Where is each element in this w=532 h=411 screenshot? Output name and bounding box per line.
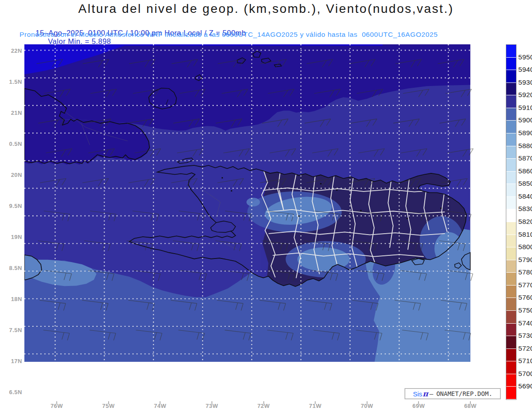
colorbar-segment bbox=[506, 374, 516, 387]
colorbar-tick-label: 5870 bbox=[518, 154, 532, 162]
colorbar-segment bbox=[506, 197, 516, 210]
colorbar-tick-label: 5690 bbox=[518, 382, 532, 390]
colorbar-segment bbox=[506, 387, 516, 399]
colorbar-tick-label: 5790 bbox=[518, 256, 532, 264]
lat-tick-label: 0.5N bbox=[1, 141, 22, 147]
colorbar-tick-label: 5950 bbox=[518, 53, 532, 61]
colorbar-tick-label: 5810 bbox=[518, 231, 532, 239]
colorbar-segment bbox=[506, 298, 516, 311]
colorbar-tick-label: 5800 bbox=[518, 243, 532, 251]
colorbar-tick-label: 5710 bbox=[518, 357, 532, 365]
lon-tick-label: 74W bbox=[149, 403, 171, 409]
colorbar-segment bbox=[506, 247, 516, 260]
colorbar-tick-label: 5700 bbox=[518, 370, 532, 378]
colorbar-segment bbox=[506, 336, 516, 349]
colorbar-segment bbox=[506, 121, 516, 133]
lon-tick-label: 69W bbox=[407, 403, 430, 409]
lat-tick-label: 7.5N bbox=[1, 327, 22, 333]
lon-tick-label: 68W bbox=[459, 403, 481, 409]
colorbar-segment bbox=[506, 349, 516, 362]
lat-tick-label: 18N bbox=[1, 296, 22, 302]
colorbar-tick-label: 5760 bbox=[518, 294, 532, 301]
colorbar-segment bbox=[506, 58, 516, 70]
pi-symbol-icon: π bbox=[422, 390, 428, 398]
branding-badge: Sisπ–ONAMET/REP.DOM. bbox=[405, 388, 501, 399]
lat-tick-label: 22N bbox=[1, 47, 22, 54]
colorbar-segment bbox=[506, 172, 516, 184]
colorbar-segment bbox=[506, 133, 516, 146]
colorbar-segment bbox=[506, 70, 516, 83]
colorbar-tick-label: 5920 bbox=[518, 91, 532, 99]
lon-tick-label: 72W bbox=[253, 403, 275, 409]
colorbar-tick-label: 5740 bbox=[518, 319, 532, 327]
colorbar-segment bbox=[506, 361, 516, 374]
colorbar-segment bbox=[506, 286, 516, 298]
branding-org: ONAMET/REP.DOM. bbox=[436, 390, 492, 397]
colorbar-tick-label: 5720 bbox=[518, 344, 532, 352]
colorbar-segment bbox=[506, 222, 516, 235]
colorbar-tick-label: 5820 bbox=[518, 218, 532, 226]
lat-tick-label: 20N bbox=[1, 172, 22, 178]
lat-tick-label: 8.5N bbox=[1, 265, 22, 271]
colorbar-tick-label: 5780 bbox=[518, 268, 532, 276]
colorbar-tick-label: 5840 bbox=[518, 192, 532, 200]
colorbar-tick-label: 5890 bbox=[518, 129, 532, 137]
lon-tick-label: 71W bbox=[304, 403, 326, 409]
colorbar-tick-label: 5940 bbox=[518, 66, 532, 74]
colorbar-tick-label: 5860 bbox=[518, 167, 532, 175]
colorbar-tick-label: 5910 bbox=[518, 104, 532, 112]
colorbar-segment bbox=[506, 184, 516, 197]
lon-tick-label: 73W bbox=[201, 403, 223, 409]
lat-tick-label: 1.5N bbox=[1, 78, 22, 85]
colorbar-tick-label: 5900 bbox=[518, 116, 532, 124]
forecast-chart-page: Altura del nivel de geop. (km,somb.), Vi… bbox=[0, 0, 532, 411]
border-light-patch bbox=[246, 198, 260, 207]
geopotential-wind-map bbox=[24, 44, 493, 401]
colorbar-tick-label: 5930 bbox=[518, 78, 532, 86]
colorbar-tick-label: 5730 bbox=[518, 332, 532, 340]
page-title: Altura del nivel de geop. (km,somb.), Vi… bbox=[0, 2, 532, 16]
colorbar-segment bbox=[506, 95, 516, 108]
lon-tick-label: 70W bbox=[356, 403, 378, 409]
lat-tick-label: 6.5N bbox=[1, 389, 22, 395]
lat-tick-label: 19N bbox=[1, 234, 22, 240]
colorbar-segment bbox=[506, 209, 516, 222]
lon-tick-label: 75W bbox=[98, 403, 120, 409]
colorbar-segment bbox=[506, 159, 516, 172]
colorbar-tick-label: 5830 bbox=[518, 205, 532, 213]
colorbar-tick-label: 5850 bbox=[518, 180, 532, 188]
colorbar-segment bbox=[506, 108, 516, 121]
colorbar-segment bbox=[506, 146, 516, 159]
lat-tick-label: 9.5N bbox=[1, 203, 22, 209]
colorbar-tick-label: 5770 bbox=[518, 281, 532, 289]
lat-tick-label: 17N bbox=[1, 358, 22, 364]
colorbar-segment bbox=[506, 83, 516, 96]
colorbar-segment bbox=[506, 273, 516, 286]
lon-tick-label: 76W bbox=[46, 403, 68, 409]
colorbar bbox=[506, 44, 516, 400]
colorbar-tick-label: 5750 bbox=[518, 306, 532, 314]
colorbar-tick-label: 5880 bbox=[518, 142, 532, 150]
branding-sis: Sis bbox=[413, 390, 422, 398]
model-init-line: Pronóstico con el Modelo Atmósferico WRF… bbox=[20, 31, 438, 39]
lat-tick-label: 21N bbox=[1, 110, 22, 116]
colorbar-segment bbox=[506, 324, 516, 337]
colorbar-segment bbox=[506, 260, 516, 273]
top-edge-shading-strip bbox=[24, 44, 383, 46]
forecast-map bbox=[24, 44, 493, 401]
branding-separator: – bbox=[430, 390, 433, 397]
colorbar-segment bbox=[506, 45, 516, 58]
colorbar-segment bbox=[506, 235, 516, 248]
colorbar-segment bbox=[506, 311, 516, 324]
